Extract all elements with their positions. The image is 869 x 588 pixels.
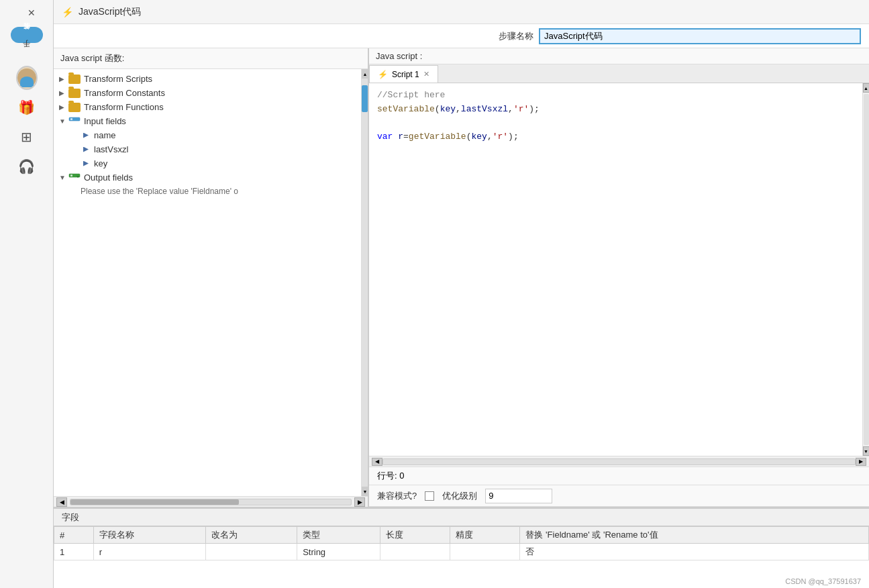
top-split: Java script 函数: ▶ Transform Scripts ▶ bbox=[54, 48, 869, 507]
tree-item-name[interactable]: name bbox=[54, 128, 361, 142]
footer-text: CSDN @qq_37591637 bbox=[785, 577, 861, 585]
gift-icon[interactable]: 🎁 bbox=[16, 97, 38, 118]
folder-icon-scripts bbox=[68, 75, 81, 84]
editor-hscroll: ◀ ▶ bbox=[369, 456, 869, 467]
tree-item-hint: Please use the 'Replace value 'Fieldname… bbox=[54, 185, 361, 198]
table-container: # 字段名称 改名为 类型 长度 精度 替换 'Fieldname' 或 'Re… bbox=[54, 526, 869, 588]
tree-item-lastvsxzl[interactable]: lastVsxzl bbox=[54, 142, 361, 156]
editor-hscroll-left[interactable]: ◀ bbox=[372, 458, 382, 466]
section-header: 字段 bbox=[54, 509, 869, 526]
col-precision: 精度 bbox=[450, 527, 520, 544]
tree-label-name: name bbox=[94, 130, 116, 140]
qr-code-icon[interactable]: ⊞ bbox=[16, 126, 38, 148]
tree-item-transform-constants[interactable]: ▶ Transform Constants bbox=[54, 86, 361, 100]
tree-label-transform-scripts: Transform Scripts bbox=[84, 74, 152, 84]
cell-precision bbox=[450, 544, 520, 560]
headset-icon[interactable]: 🎧 bbox=[16, 156, 38, 177]
opt-level-input[interactable] bbox=[485, 489, 552, 503]
code-line-3 bbox=[377, 117, 854, 131]
title-bar: ⚡ JavaScript代码 bbox=[54, 0, 869, 24]
tree-content: ▶ Transform Scripts ▶ Transform Constant… bbox=[54, 69, 361, 496]
col-rename: 改名为 bbox=[206, 527, 297, 544]
editor-panel-header: Java script : bbox=[369, 48, 869, 64]
content-area: Java script 函数: ▶ Transform Scripts ▶ bbox=[54, 48, 869, 588]
fields-table: # 字段名称 改名为 类型 长度 精度 替换 'Fieldname' 或 'Re… bbox=[54, 526, 869, 560]
code-line-4: var r=getVariable(key,'r'); bbox=[377, 130, 854, 144]
output-group-icon bbox=[68, 173, 81, 183]
folder-icon-constants bbox=[68, 89, 81, 98]
editor-vscroll[interactable]: ▲ ▼ bbox=[862, 83, 869, 456]
tree-scroll-thumb bbox=[362, 85, 368, 112]
tree-label-transform-functions: Transform Functions bbox=[84, 102, 164, 112]
tree-arrow-input: ▼ bbox=[59, 117, 68, 125]
tree-hint-text: Please use the 'Replace value 'Fieldname… bbox=[81, 187, 238, 196]
editor-hscroll-right[interactable]: ▶ bbox=[856, 458, 866, 466]
step-name-input[interactable] bbox=[539, 28, 861, 44]
section-label: 字段 bbox=[62, 511, 79, 524]
tree-hscroll-track[interactable] bbox=[70, 499, 352, 505]
svg-rect-3 bbox=[70, 175, 72, 177]
editor-hscroll-track[interactable] bbox=[382, 458, 856, 465]
tree-hscroll-left[interactable]: ◀ bbox=[56, 497, 67, 507]
step-name-row: 步骤名称 bbox=[54, 24, 869, 48]
compat-row: 兼容模式? 优化级别 bbox=[369, 485, 869, 507]
tab-close[interactable]: ✕ bbox=[423, 70, 429, 79]
tab-icon: ⚡ bbox=[378, 70, 388, 79]
sidebar-toggle[interactable]: 所有书签 bbox=[11, 27, 43, 43]
editor-tabs: ⚡ Script 1 ✕ bbox=[369, 64, 869, 83]
col-replace: 替换 'Fieldname' 或 'Rename to'值 bbox=[520, 527, 869, 544]
tree-header-text: Java script 函数: bbox=[60, 53, 124, 63]
tree-arrow-constants: ▶ bbox=[59, 89, 68, 97]
tree-hscroll-right[interactable]: ▶ bbox=[354, 497, 365, 507]
cell-num: 1 bbox=[54, 544, 94, 560]
tree-panel: Java script 函数: ▶ Transform Scripts ▶ bbox=[54, 48, 369, 507]
editor-with-scroll: //Script here setVariable(key,lastVsxzl,… bbox=[369, 83, 869, 456]
tree-item-key[interactable]: key bbox=[54, 156, 361, 170]
compat-label: 兼容模式? bbox=[377, 490, 417, 502]
tree-arrow-scripts: ▶ bbox=[59, 75, 68, 83]
col-num: # bbox=[54, 527, 94, 544]
code-line-1: //Script here bbox=[377, 89, 854, 103]
tree-label-transform-constants: Transform Constants bbox=[84, 88, 165, 98]
tree-label-output-fields: Output fields bbox=[84, 173, 133, 183]
tree-label-input-fields: Input fields bbox=[84, 116, 126, 126]
toggle-label: 所有书签 bbox=[21, 32, 32, 38]
status-bar: 行号: 0 bbox=[369, 467, 869, 485]
svg-rect-1 bbox=[70, 118, 72, 120]
editor-scroll-track[interactable] bbox=[864, 94, 869, 445]
tree-item-transform-scripts[interactable]: ▶ Transform Scripts bbox=[54, 72, 361, 86]
editor-scroll-up[interactable]: ▲ bbox=[863, 83, 870, 93]
tree-scroll-up[interactable]: ▲ bbox=[362, 69, 368, 79]
tree-panel-header: Java script 函数: bbox=[54, 48, 368, 69]
tree-scroll-track[interactable] bbox=[362, 79, 368, 487]
tab-label: Script 1 bbox=[392, 70, 419, 79]
footer: CSDN @qq_37591637 bbox=[785, 577, 861, 585]
tree-hscroll-area: ◀ ▶ bbox=[54, 496, 368, 507]
code-line-2: setVariable(key,lastVsxzl,'r'); bbox=[377, 103, 854, 117]
cell-replace: 否 bbox=[520, 544, 869, 560]
folder-icon-functions bbox=[68, 103, 81, 112]
col-type: 类型 bbox=[297, 527, 380, 544]
editor-scroll-down[interactable]: ▼ bbox=[863, 446, 870, 456]
tree-arrow-output: ▼ bbox=[59, 174, 68, 181]
tree-item-transform-functions[interactable]: ▶ Transform Functions bbox=[54, 100, 361, 114]
cell-fieldname: r bbox=[93, 544, 205, 560]
main-content: ⚡ JavaScript代码 步骤名称 Java script 函数: ▶ bbox=[54, 0, 869, 588]
compat-checkbox[interactable] bbox=[425, 491, 434, 501]
tree-item-input-fields[interactable]: ▼ Input fields bbox=[54, 114, 361, 128]
tree-item-output-fields[interactable]: ▼ Output fields bbox=[54, 170, 361, 185]
tab-script1[interactable]: ⚡ Script 1 ✕ bbox=[369, 65, 438, 83]
left-sidebar: ✕ 所有书签 手 🎁 ⊞ 🎧 bbox=[0, 0, 54, 588]
tree-scroll-down[interactable]: ▼ bbox=[362, 487, 368, 496]
code-editor[interactable]: //Script here setVariable(key,lastVsxzl,… bbox=[369, 83, 862, 456]
bullet-key bbox=[83, 161, 89, 166]
table-row[interactable]: 1 r String 否 bbox=[54, 544, 869, 560]
tree-vscroll[interactable]: ▲ ▼ bbox=[361, 69, 368, 496]
editor-panel: Java script : ⚡ Script 1 ✕ //Script here bbox=[369, 48, 869, 507]
tree-label-lastvsxzl: lastVsxzl bbox=[94, 144, 128, 154]
title-icon: ⚡ bbox=[62, 7, 73, 17]
close-button[interactable]: ✕ bbox=[15, 3, 48, 23]
tree-arrow-functions: ▶ bbox=[59, 103, 68, 111]
sidebar-icon-group: 🎁 ⊞ 🎧 bbox=[16, 67, 38, 177]
bullet-name bbox=[83, 133, 89, 138]
